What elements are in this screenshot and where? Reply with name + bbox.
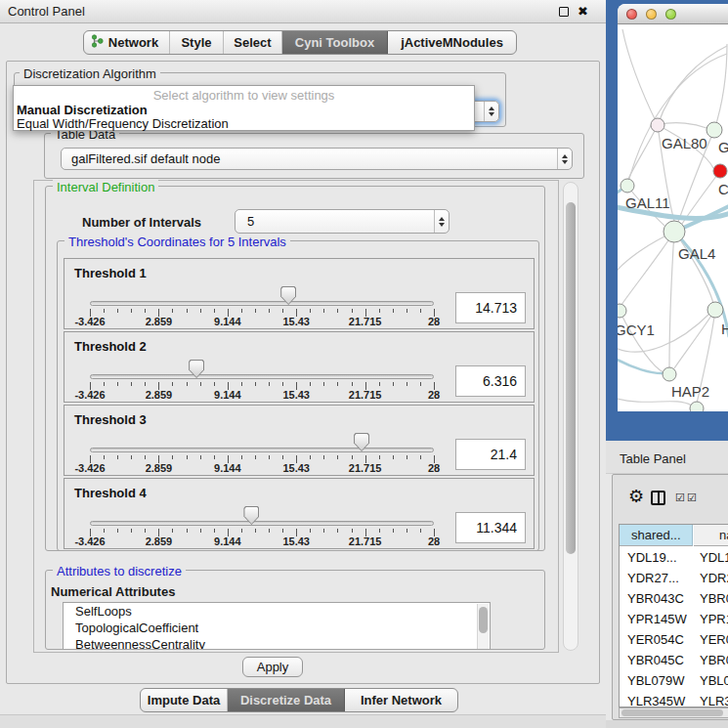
num-intervals-combobox[interactable]: 5: [235, 209, 450, 234]
tick-mark: [145, 529, 146, 533]
table-data-combobox[interactable]: galFiltered.sif default node: [61, 148, 573, 170]
table-row[interactable]: YER054CYER0: [620, 629, 728, 650]
slider-track[interactable]: [90, 374, 434, 379]
zoom-traffic-light[interactable]: [665, 9, 676, 20]
table-data-value: galFiltered.sif default node: [62, 151, 557, 166]
network-view-window[interactable]: GAL80GACGAL11GAL4GCY1HHAP2: [618, 4, 728, 411]
num-intervals-value: 5: [236, 214, 434, 229]
algorithm-option[interactable]: Manual Discretization: [17, 103, 148, 117]
tick-mark: [255, 455, 256, 459]
GAL4-node[interactable]: [664, 221, 685, 242]
split-view-icon[interactable]: [651, 491, 665, 505]
network-canvas[interactable]: GAL80GACGAL11GAL4GCY1HHAP2: [618, 24, 728, 411]
network-window-titlebar[interactable]: [618, 4, 728, 24]
tab-infer-network[interactable]: Infer Network: [345, 689, 457, 711]
combo-stepper-icon: [557, 149, 572, 169]
slider-track[interactable]: [90, 448, 434, 452]
network-edge[interactable]: [622, 29, 658, 125]
tab-style[interactable]: Style: [170, 31, 224, 54]
tick-label: -3.426: [59, 389, 121, 401]
attribute-list-item[interactable]: SelfLoops: [64, 603, 490, 620]
table-row[interactable]: YDL19...YDL1: [620, 547, 728, 568]
scrollbar-thumb[interactable]: [479, 607, 488, 633]
column-header[interactable]: shared...: [620, 525, 693, 546]
tab-discretize-data[interactable]: Discretize Data: [228, 689, 345, 711]
tab-jactivemnodules[interactable]: jActiveMNodules: [388, 31, 516, 54]
tick-mark: [255, 382, 256, 386]
tick-mark: [323, 309, 324, 313]
scrollbar-thumb[interactable]: [621, 709, 723, 716]
network-edge[interactable]: [621, 232, 674, 305]
tab-select[interactable]: Select: [224, 31, 282, 54]
threshold-value-field[interactable]: 21.4: [455, 439, 526, 470]
GAL11-node[interactable]: [621, 179, 634, 193]
node-label: GAL80: [662, 135, 707, 151]
tab-network[interactable]: Network: [84, 31, 170, 54]
minimize-traffic-light[interactable]: [646, 9, 657, 20]
threshold-value-field[interactable]: 14.713: [455, 292, 526, 323]
HAP2-node[interactable]: [663, 367, 676, 381]
network-edge-highlighted[interactable]: [618, 357, 664, 373]
tick-mark: [200, 455, 201, 459]
attribute-list-item[interactable]: TopologicalCoefficient: [64, 620, 490, 636]
tick-label: 15.43: [265, 535, 327, 547]
threshold-label: Threshold 2: [74, 339, 147, 354]
network-edge[interactable]: [674, 232, 713, 303]
tick-mark: [214, 309, 215, 313]
tick-mark: [117, 455, 118, 459]
tab-impute-data[interactable]: Impute Data: [141, 689, 228, 711]
partial-node[interactable]: [690, 402, 704, 411]
table-horizontal-scrollbar[interactable]: [619, 707, 728, 718]
list-scrollbar[interactable]: [477, 604, 489, 650]
column-header[interactable]: na: [694, 525, 728, 546]
table-row[interactable]: YBL079WYBL0: [620, 670, 728, 691]
slider-track[interactable]: [90, 521, 434, 526]
GCY1-node[interactable]: [618, 304, 626, 318]
tick-mark: [214, 529, 215, 533]
cell-shared-name: YDL19...: [627, 547, 677, 568]
tick-mark: [172, 309, 173, 313]
numerical-attributes-list[interactable]: SelfLoopsTopologicalCoefficientBetweenne…: [63, 602, 491, 650]
tick-mark: [269, 382, 270, 386]
apply-button[interactable]: Apply: [242, 657, 303, 677]
checkbox-icon[interactable]: ☑: [687, 492, 698, 504]
cell-name: YBR0: [700, 588, 728, 609]
settings-vertical-scrollbar[interactable]: [563, 182, 578, 651]
table-row[interactable]: YLR345WYLR3: [620, 691, 728, 707]
float-window-icon[interactable]: [559, 7, 569, 17]
table-row[interactable]: YPR145WYPR1: [620, 609, 728, 629]
H-node[interactable]: [707, 302, 723, 318]
combo-stepper-icon: [434, 210, 449, 233]
tick-mark: [131, 529, 132, 533]
table-panel-title: Table Panel: [620, 451, 686, 466]
threshold-panel: Threshold 1-3.4262.8599.14415.4321.71528…: [64, 258, 535, 329]
network-edge[interactable]: [658, 123, 707, 128]
node-label: GCY1: [618, 321, 655, 338]
table-row[interactable]: YBR043CYBR0: [620, 588, 728, 609]
tick-label: 9.144: [196, 462, 259, 474]
network-edge[interactable]: [674, 310, 715, 368]
close-traffic-light[interactable]: [626, 9, 637, 20]
node-attribute-table[interactable]: shared...naYDL19...YDL1YDR27...YDR2YBR04…: [619, 524, 728, 707]
GAL80-node[interactable]: [651, 118, 664, 132]
network-edge[interactable]: [669, 232, 674, 367]
tick-mark: [104, 529, 105, 533]
node-top-right[interactable]: [707, 122, 722, 138]
tick-mark: [241, 529, 242, 533]
attribute-list-item[interactable]: BetweennessCentrality: [64, 636, 490, 650]
network-edge[interactable]: [628, 125, 658, 179]
tick-mark: [407, 455, 407, 459]
threshold-value-field[interactable]: 11.344: [455, 512, 526, 543]
scrollbar-thumb[interactable]: [566, 202, 576, 554]
checkbox-icon[interactable]: ☑: [675, 492, 686, 504]
close-icon[interactable]: ✖: [578, 4, 588, 19]
table-row[interactable]: YBR045CYBR0: [620, 650, 728, 670]
threshold-value-field[interactable]: 6.316: [455, 365, 526, 397]
table-row[interactable]: YDR27...YDR2: [620, 568, 728, 588]
algorithm-option[interactable]: Equal Width/Frequency Discretization: [17, 116, 229, 131]
settings-gear-icon[interactable]: ⚙: [628, 488, 644, 505]
tab-cyni-toolbox[interactable]: Cyni Toolbox: [282, 31, 388, 54]
red-node[interactable]: [713, 164, 727, 178]
cell-shared-name: YPR145W: [627, 609, 687, 629]
slider-track[interactable]: [90, 301, 434, 306]
